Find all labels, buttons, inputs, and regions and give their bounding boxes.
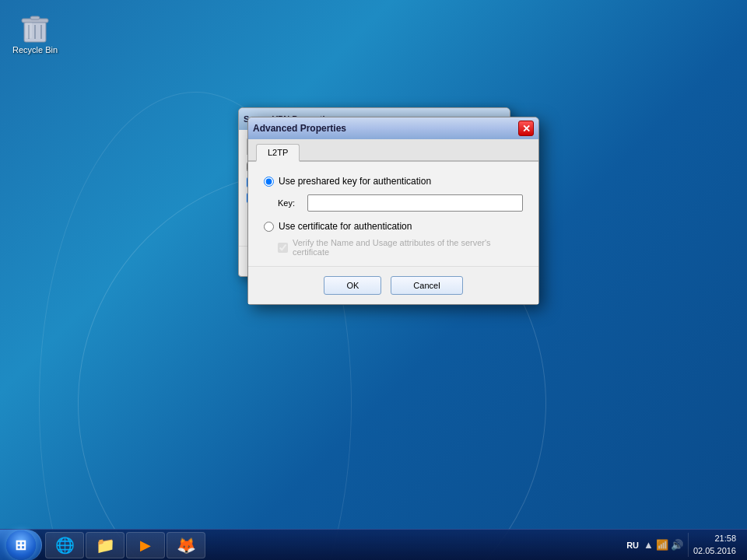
taskbar: ⊞ 🌐 📁 ▶ 🦊 RU ▲ 📶 🔊 21:58 02.05.2016 — [0, 529, 747, 560]
taskbar-right: RU ▲ 📶 🔊 21:58 02.05.2016 — [620, 530, 747, 560]
advanced-properties-dialog: Advanced Properties ✕ L2TP Use preshared… — [247, 117, 539, 305]
verify-checkbox[interactable] — [278, 243, 288, 253]
taskbar-apps: 🌐 📁 ▶ 🦊 — [42, 530, 209, 560]
advanced-buttons: OK Cancel — [248, 266, 538, 304]
system-tray-icons: ▲ 📶 🔊 — [644, 539, 683, 551]
certificate-radio-row: Use certificate for authentication — [264, 221, 523, 232]
windows-logo-icon: ⊞ — [15, 537, 26, 554]
certificate-label: Use certificate for authentication — [279, 221, 412, 232]
tray-volume-icon[interactable]: 🔊 — [671, 539, 683, 551]
verify-label: Verify the Name and Usage attributes of … — [293, 238, 523, 257]
taskbar-ie-button[interactable]: 🌐 — [45, 532, 84, 558]
advanced-tabs: L2TP — [248, 139, 538, 162]
taskbar-explorer-button[interactable]: 📁 — [86, 532, 124, 558]
tray-chevron-icon[interactable]: ▲ — [644, 539, 654, 551]
tray-network-icon[interactable]: 📶 — [656, 539, 668, 551]
svg-rect-6 — [26, 23, 32, 38]
clock-date: 02.05.2016 — [693, 545, 736, 557]
key-row: Key: — [278, 194, 523, 212]
taskbar-media-button[interactable]: ▶ — [126, 532, 165, 558]
media-icon: ▶ — [140, 537, 151, 554]
certificate-radio[interactable] — [264, 222, 274, 232]
advanced-close-button[interactable]: ✕ — [518, 121, 534, 136]
verify-row: Verify the Name and Usage attributes of … — [278, 238, 523, 257]
key-label-text: Key: — [278, 198, 301, 208]
language-indicator[interactable]: RU — [626, 541, 639, 550]
advanced-titlebar: Advanced Properties ✕ — [248, 117, 538, 139]
taskbar-firefox-button[interactable]: 🦊 — [167, 532, 205, 558]
preshared-radio[interactable] — [264, 177, 274, 187]
clock-time: 21:58 — [693, 533, 736, 544]
explorer-icon: 📁 — [96, 536, 115, 555]
firefox-icon: 🦊 — [177, 536, 196, 555]
advanced-cancel-button[interactable]: Cancel — [391, 276, 462, 295]
advanced-title: Advanced Properties — [253, 123, 518, 134]
preshared-radio-row: Use preshared key for authentication — [264, 176, 523, 187]
key-input[interactable] — [307, 194, 523, 212]
ie-icon: 🌐 — [55, 536, 75, 555]
l2tp-tab[interactable]: L2TP — [256, 144, 300, 162]
system-clock[interactable]: 21:58 02.05.2016 — [688, 533, 741, 557]
recycle-bin-graphic — [16, 8, 54, 45]
advanced-content: Use preshared key for authentication Key… — [248, 162, 538, 266]
recycle-bin-icon[interactable]: Recycle Bin — [8, 8, 62, 55]
recycle-bin-label: Recycle Bin — [12, 45, 58, 55]
advanced-ok-button[interactable]: OK — [324, 276, 381, 295]
preshared-label: Use preshared key for authentication — [279, 176, 431, 187]
svg-rect-2 — [30, 16, 40, 19]
start-orb: ⊞ — [6, 530, 36, 560]
start-button[interactable]: ⊞ — [0, 530, 42, 561]
